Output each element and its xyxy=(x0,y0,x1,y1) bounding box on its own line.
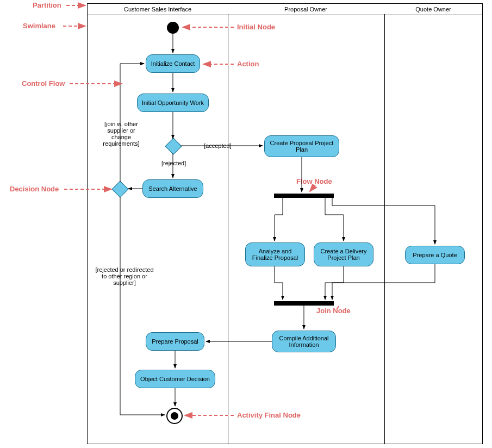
callout-flow-node: Flow Node xyxy=(296,177,332,185)
guard-rejected-redirect: [rejected or redirected to other region … xyxy=(95,266,154,286)
action-object-decision: Object Customer Decision xyxy=(135,370,215,388)
callout-decision-node: Decision Node xyxy=(10,185,59,193)
action-create-proposal-plan: Create Proposal Project Plan xyxy=(264,135,339,157)
guard-accepted: [accepted] xyxy=(204,142,232,149)
lane-2 xyxy=(227,14,385,444)
final-node-inner xyxy=(171,412,178,420)
fork-bar xyxy=(274,194,334,198)
callout-partition: Partition xyxy=(33,1,61,9)
action-prepare-quote: Prepare a Quote xyxy=(405,246,465,264)
join-bar xyxy=(274,301,334,306)
initial-node xyxy=(167,22,179,34)
lane-3 xyxy=(384,14,483,444)
action-initial-opportunity: Initial Opportunity Work xyxy=(137,94,209,112)
final-node xyxy=(166,408,183,424)
callout-initial-node: Initial Node xyxy=(237,23,275,31)
callout-swimlane: Swimlane xyxy=(23,22,55,30)
lane-header-2: Proposal Owner xyxy=(227,3,385,15)
callout-control-flow: Control Flow xyxy=(22,79,65,88)
guard-rejected: [rejected] xyxy=(161,160,186,166)
action-search-alternative: Search Alternative xyxy=(142,179,203,198)
action-create-delivery: Create a Delivery Project Plan xyxy=(314,242,373,266)
callout-join-node: Join Node xyxy=(316,307,351,315)
guard-join-other: [join w. other supplier or change requir… xyxy=(97,121,146,147)
action-initialize-contact: Initialize Contact xyxy=(146,54,200,73)
action-compile-info: Compile Additional Information xyxy=(272,331,336,352)
action-analyze-finalize: Analyze and Finalize Proposal xyxy=(245,242,305,266)
callout-action: Action xyxy=(237,60,259,68)
callout-final-node: Activity Final Node xyxy=(237,411,301,419)
lane-header-1: Customer Sales Interface xyxy=(87,3,228,15)
lane-header-3: Quote Owner xyxy=(384,3,483,15)
action-prepare-proposal: Prepare Proposal xyxy=(146,332,204,351)
